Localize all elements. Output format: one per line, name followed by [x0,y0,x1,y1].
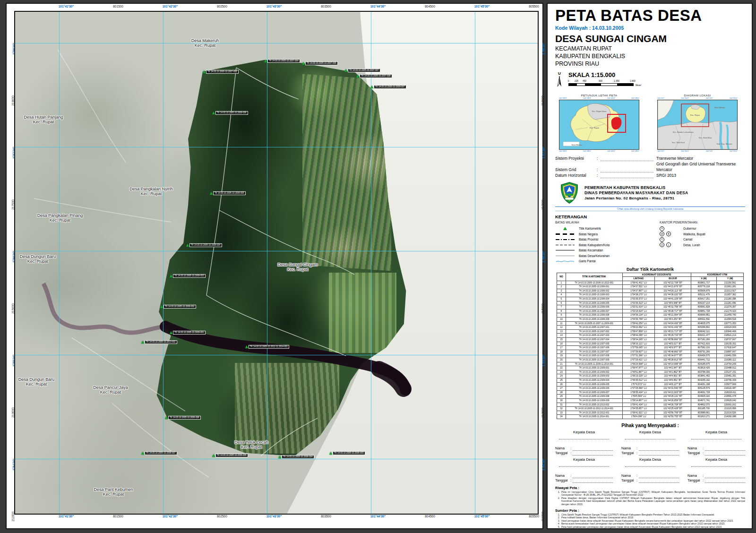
table-cell: 2 [557,285,566,289]
table-row: 34TK 14.03.10.2005-11.2014-0011°56′4,096… [557,415,744,419]
marker-label: TK 14.03.10.2005-10.2007-007 [348,69,380,72]
coordinate-tick: 801500 [113,5,123,8]
office-symbol-icons: WB [660,232,679,236]
coordinate-tick: 1°57′30″ [542,146,545,158]
signature-block: Kepala DesaNama:Tanggal: [687,457,745,483]
dotted-leader [705,447,745,451]
grid-line-horizontal [15,43,538,43]
signature-block: Kepala DesaNama:Tanggal: [555,430,613,456]
table-cell: 101°42′22,708″ BT [655,281,691,285]
signature-field: Nama: [555,446,613,451]
field-label: Tanggal [555,478,570,483]
table-cell: 101°44′4,901″ BT [655,374,691,378]
village-label-name: Desa Hutan Panjang [24,115,63,120]
marker-label: TK 14.03.10.2005-10.2007-005 [206,70,239,74]
river-main-icon [165,327,405,390]
coordinate-tick: 805500 [529,5,539,8]
table-cell: 1°53′35,410″ LU [622,301,654,305]
table-row: 6TK 14.03.10.2005-10.2006-0051°53′35,410… [557,301,744,305]
table-row: 12TK 14.03.10.2005-10.2007-0011°59′20,99… [557,326,744,330]
table-cell: 1°59′47,859″ LU [622,329,654,334]
boundary-line-icon [556,245,575,246]
scale-text: SKALA 1:15.000 [568,71,658,78]
table-cell: 1°58′16,121″ LU [622,342,654,346]
rivers-and-roads-layer [15,12,538,514]
table-cell: 101°43′25,428″ BT [655,407,691,411]
triangle-point-icon [245,345,248,348]
inset-area-label: Kec. Rupat Utara [592,110,607,112]
table-body: 1TK 14.03.10.2005-10.2006-10.2013-0011°5… [557,281,744,419]
table-cell: 801810,271 [691,415,717,419]
table-cell: TK 14.03.10.2005-10.2009-005 [566,382,622,387]
table-cell: 1°58′35,434″ LU [622,390,654,395]
table-cell: TK 14.03.10.2005-10.2007-005 [566,342,622,346]
table-title: Daftar Titik Kartometrik [555,267,745,272]
riwayat-peta-section: Riwayat Peta : 1.Peta ini menggunakan Ci… [555,486,745,506]
signature-line [559,462,609,467]
table-cell: 804835,075 [691,321,717,326]
triangle-icon [563,227,567,230]
signature-field: Tanggal: [687,478,745,483]
pantai-symbol-icon [555,259,575,263]
office-circle-icon: L [666,242,671,247]
table-cell: 1°59′42,250″ LU [622,321,654,326]
map-canvas: Desa MakeruhKec. RupatDesa Hutan Panjang… [14,11,539,515]
grid-line-vertical [163,12,163,514]
legend-item-label: Batas Kabupaten/Kota [579,243,610,247]
village-label-kecamatan: Kec. Rupat [37,218,83,223]
village-label: Desa Pangkalan NyirihKec. Rupat [129,187,173,197]
table-cell: 806456,575 [691,354,717,358]
marker-label: TK 14.03.10.2005-10.2006-007 [145,451,177,455]
table-cell: 211016,526 [717,411,744,415]
scale-bar-label: 450 [583,80,586,82]
office-circle-icon: D [660,242,664,247]
table-cell: 805911,592 [691,318,717,322]
signature-field: Nama: [621,473,679,478]
table-row: 22TK 14.03.10.2005-10.2009-0011°56′47,87… [557,366,744,370]
table-cell: 220771,353 [717,321,744,326]
marker-label: TK 14.03.10.2005-10.2006-005 [215,454,248,457]
village-label-name: Desa Teluk Lecah [234,440,268,445]
agency-line2: DINAS PEMBERDAYAAN MASYARAKAT DAN DESA [584,190,688,196]
legend-item: Batas Kecamatan [555,248,660,253]
projection-label: Sistem Grid [555,167,597,172]
scale-bar-label: 225 [575,80,578,82]
triangle-point-icon [264,60,267,62]
coordinate-tick: 1°54′30″ [542,458,545,470]
village-label-name: Desa Pangkalan Pinang [37,213,83,218]
coordinate-tick: 802500 [217,5,227,8]
kartometrik-marker: TK 14.03.10.2005-10.2007-007 [344,69,380,72]
table-cell: 220940,469 [717,329,744,334]
table-cell: 1°56′41,401″ LU [622,281,654,285]
dotted-leader [601,168,653,172]
legend-item-label: Batas Negara [579,232,598,236]
projection-label: Sistem Proyeksi [555,155,597,161]
table-cell: 215481,391 [717,374,744,378]
inset-area-label: Kec. Rupat [590,127,599,129]
table-cell: TK 14.03.10.2005-10.2006-004 [566,297,622,301]
marker-label: TK 14.03.10.2005-10.2007-004 [267,59,300,63]
table-row: 16TK 14.03.10.2005-10.2007-0051°58′16,12… [557,342,744,346]
note-item: 5.Peta hasil pelaksanaan penetapan dan p… [555,525,745,528]
legend-item: Garis Pantai [555,258,660,264]
office-circle-icon: G [660,226,664,231]
table-cell: TK 14.03.10.2005-10.2009-006 [566,387,622,391]
table-cell: 1°57′59,065″ LU [622,346,654,350]
table-cell: 1°56′35,512″ LU [622,378,654,382]
sumber-title: Sumber Peta : [555,508,745,513]
table-cell: 17 [557,346,566,350]
signature-line [691,434,741,439]
signature-field: Tanggal: [555,451,613,456]
triangle-point-icon [329,452,332,455]
legend-item-label: Camat [683,238,692,241]
table-cell: 218155,301 [717,342,744,346]
signature-block: Kepala DesaNama:Tanggal: [555,457,613,483]
scale-bar-segment [569,84,577,86]
table-cell: TK 14.03.10.2005-10.2007-003 [566,334,622,338]
signature-line [625,434,675,439]
table-cell: 805135,579 [691,387,717,391]
table-cell: 27 [557,387,566,391]
legend-item-label: Batas Kecamatan [579,249,603,252]
legend-item: Batas Desa/Kelurahan [555,253,660,259]
table-cell: TK 14.03.10.2005-10.2007-006 [566,346,622,350]
